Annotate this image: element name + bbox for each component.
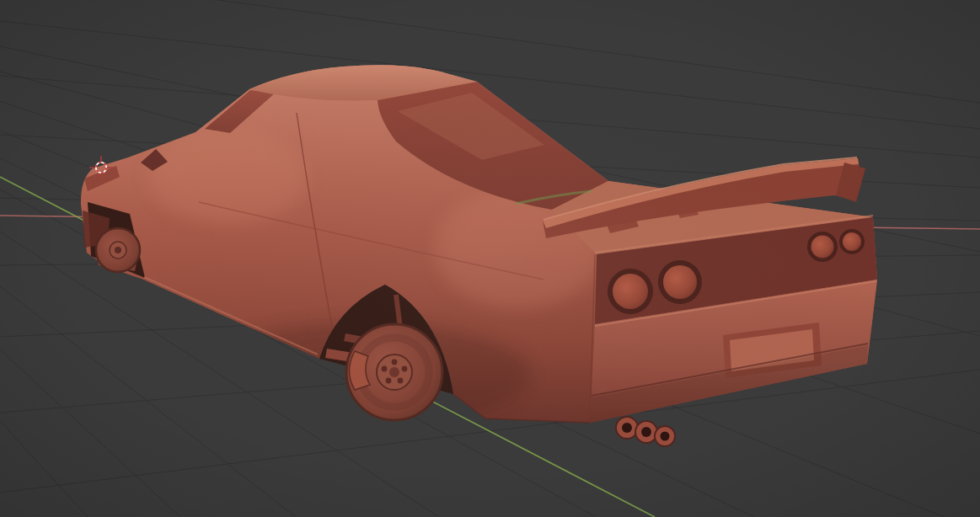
hub-bolt: [398, 378, 404, 384]
front-brake-disc[interactable]: [96, 228, 140, 272]
exhaust-bore: [641, 427, 651, 437]
rear-brake-disc[interactable]: [346, 324, 442, 420]
tail-light[interactable]: [843, 232, 861, 251]
hub-cap: [389, 367, 399, 377]
front-disc-cap: [115, 247, 121, 253]
tail-light[interactable]: [811, 236, 834, 258]
hub-bolt: [392, 360, 398, 365]
hub-bolt: [386, 378, 392, 384]
hub-bolt: [402, 366, 408, 372]
exhaust-bore: [661, 432, 670, 441]
tail-light[interactable]: [613, 274, 648, 309]
exhaust-bore: [622, 423, 632, 433]
viewport-3d[interactable]: [0, 0, 980, 517]
hub-bolt: [382, 366, 388, 372]
tail-light[interactable]: [663, 265, 697, 299]
